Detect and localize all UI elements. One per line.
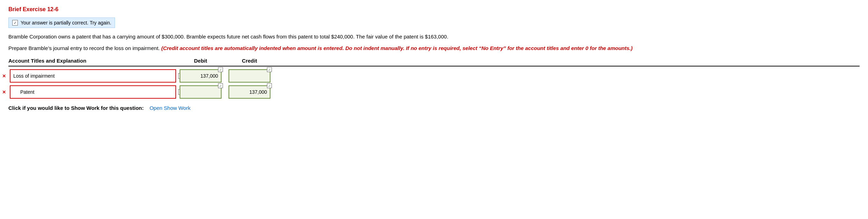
x-badge-1: ✕ (2, 73, 6, 79)
col-header-debit: Debit (176, 58, 225, 64)
footer: Click if you would like to Show Work for… (8, 105, 860, 111)
alert-box: ✓ Your answer is partially correct. Try … (8, 17, 115, 28)
paragraph-2: Prepare Bramble’s journal entry to recor… (8, 44, 860, 52)
credit-input-2[interactable] (229, 85, 270, 99)
open-show-work-link[interactable]: Open Show Work (150, 105, 190, 111)
debit-check-2: ✓ (218, 83, 223, 88)
debit-check-1: ✓ (218, 67, 223, 72)
debit-input-2[interactable] (180, 85, 222, 99)
paragraph-1: Bramble Corporation owns a patent that h… (8, 33, 860, 41)
table-row-2: ✕ ✓ ✓ ✓ (8, 85, 860, 99)
col-header-credit: Credit (225, 58, 274, 64)
credit-check-1: ✓ (267, 67, 272, 72)
page-title: Brief Exercise 12-6 (8, 6, 860, 13)
col-header-account: Account Titles and Explanation (8, 58, 176, 64)
table-header: Account Titles and Explanation Debit Cre… (8, 58, 860, 66)
x-badge-2: ✕ (2, 90, 6, 95)
debit-cell-1: ✓ (176, 69, 225, 83)
account-col-1: ✕ ✓ (8, 69, 176, 83)
credit-input-1[interactable] (229, 69, 270, 83)
debit-cell-2: ✓ (176, 85, 225, 99)
paragraph-2-start: Prepare Bramble’s journal entry to recor… (8, 45, 161, 51)
account-input-1[interactable] (10, 69, 176, 83)
debit-input-1[interactable] (180, 69, 222, 83)
credit-cell-1: ✓ (225, 69, 274, 83)
table-row: ✕ ✓ ✓ ✓ (8, 69, 860, 83)
alert-message: Your answer is partially correct. Try ag… (21, 20, 111, 26)
credit-cell-2: ✓ (225, 85, 274, 99)
footer-label: Click if you would like to Show Work for… (8, 105, 144, 111)
journal-table: Account Titles and Explanation Debit Cre… (8, 58, 860, 99)
paragraph-2-italic: (Credit account titles are automatically… (161, 45, 632, 51)
alert-icon: ✓ (12, 20, 18, 26)
account-input-2[interactable] (10, 85, 176, 99)
credit-check-2: ✓ (267, 83, 272, 88)
account-col-2: ✕ ✓ (8, 85, 176, 99)
